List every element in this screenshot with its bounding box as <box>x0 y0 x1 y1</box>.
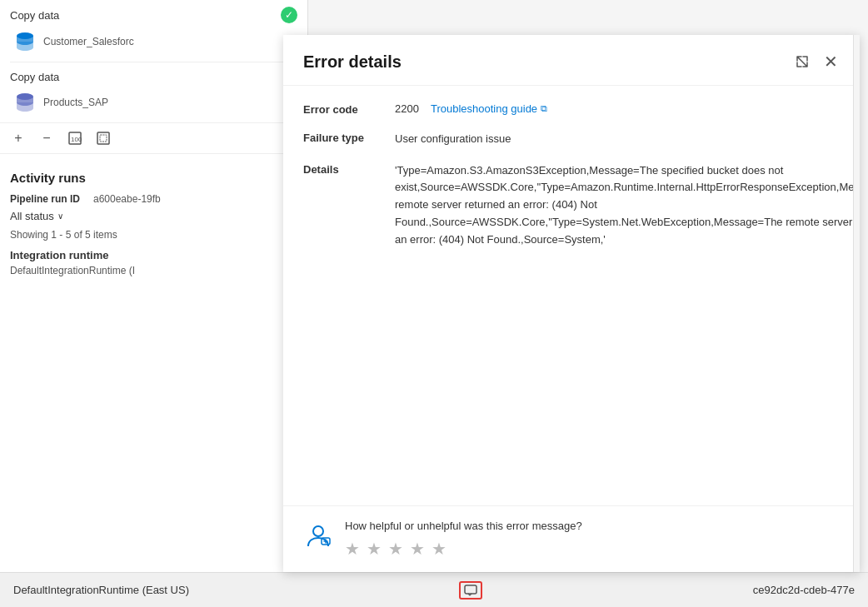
svg-rect-5 <box>100 135 107 142</box>
svg-rect-8 <box>465 585 476 594</box>
activity-runs-title: Activity runs <box>10 171 297 185</box>
status-bar: DefaultIntegrationRuntime (East US) ce92… <box>0 572 868 607</box>
feedback-question: How helpful or unhelpful was this error … <box>345 520 582 532</box>
status-chevron-icon: ∨ <box>57 211 63 221</box>
failure-type-row: Failure type User configuration issue <box>303 131 840 147</box>
scrollbar[interactable] <box>853 35 860 572</box>
pipeline-run-id-value: a600eabe-19fb <box>93 193 161 205</box>
svg-point-6 <box>313 526 323 536</box>
error-code-row: Error code 2200 Troubleshooting guide ⧉ <box>303 102 840 116</box>
failure-type-label: Failure type <box>303 131 395 144</box>
troubleshooting-guide-link[interactable]: Troubleshooting guide ⧉ <box>431 102 547 115</box>
star-2[interactable]: ★ <box>367 539 382 559</box>
zoom-in-button[interactable]: + <box>8 128 28 148</box>
star-5[interactable]: ★ <box>432 539 446 559</box>
feedback-section: How helpful or unhelpful was this error … <box>283 505 860 572</box>
chat-button[interactable] <box>459 581 482 600</box>
svg-rect-4 <box>97 132 109 144</box>
copy-data-1-label: Copy data <box>10 9 59 22</box>
feedback-user-icon <box>303 521 333 557</box>
status-bar-run-id: ce92dc2d-cdeb-477e <box>753 584 855 596</box>
customer-salesforce-label: Customer_Salesforc <box>43 36 134 47</box>
fit-view-button[interactable]: 100 <box>65 128 85 148</box>
items-count-label: Showing 1 - 5 of 5 items <box>10 229 297 241</box>
close-button[interactable]: ✕ <box>822 50 840 73</box>
copy-data-2-label: Copy data <box>10 71 59 83</box>
error-code-label: Error code <box>303 102 395 116</box>
star-1[interactable]: ★ <box>345 539 360 559</box>
db-icon-2 <box>13 91 37 114</box>
details-row: Details 'Type=Amazon.S3.AmazonS3Exceptio… <box>303 162 840 249</box>
star-rating[interactable]: ★ ★ ★ ★ ★ <box>345 539 582 559</box>
pipeline-canvas: Copy data ✓ Customer_Salesforc Copy data <box>0 0 308 607</box>
error-code-value-area: 2200 Troubleshooting guide ⧉ <box>395 102 547 115</box>
external-link-icon: ⧉ <box>541 103 547 114</box>
frame-button[interactable] <box>93 128 113 148</box>
db-icon-1 <box>13 30 37 53</box>
runtime-value-1: DefaultIntegrationRuntime (I <box>10 265 297 276</box>
error-panel-body: Error code 2200 Troubleshooting guide ⧉ … <box>283 86 860 505</box>
activity-runs-section: Activity runs Pipeline run ID a600eabe-1… <box>0 161 307 291</box>
star-4[interactable]: ★ <box>410 539 425 559</box>
status-filter-row[interactable]: All status ∨ <box>10 210 297 222</box>
error-panel-header: Error details ✕ <box>283 35 860 86</box>
star-3[interactable]: ★ <box>388 539 403 559</box>
header-actions: ✕ <box>792 50 840 73</box>
details-label: Details <box>303 162 395 176</box>
status-bar-center <box>197 581 745 600</box>
troubleshooting-guide-label: Troubleshooting guide <box>431 102 537 115</box>
feedback-content: How helpful or unhelpful was this error … <box>345 520 582 559</box>
failure-type-value: User configuration issue <box>395 131 840 147</box>
pipeline-run-id-label: Pipeline run ID <box>10 193 93 205</box>
svg-text:100: 100 <box>71 136 82 143</box>
error-details-panel: Error details ✕ Error code 2200 Troubles… <box>283 35 860 572</box>
success-check-icon: ✓ <box>281 7 297 23</box>
status-bar-runtime-label: DefaultIntegrationRuntime (East US) <box>13 584 189 596</box>
details-value: 'Type=Amazon.S3.AmazonS3Exception,Messag… <box>395 162 860 249</box>
integration-runtime-section-label: Integration runtime <box>10 249 297 261</box>
canvas-toolbar: + − 100 <box>0 122 307 154</box>
expand-button[interactable] <box>792 52 812 72</box>
zoom-out-button[interactable]: − <box>37 128 57 148</box>
all-status-label: All status <box>10 210 54 222</box>
error-panel-title: Error details <box>303 52 402 72</box>
error-code-number: 2200 <box>395 102 419 115</box>
products-sap-label: Products_SAP <box>43 97 108 108</box>
